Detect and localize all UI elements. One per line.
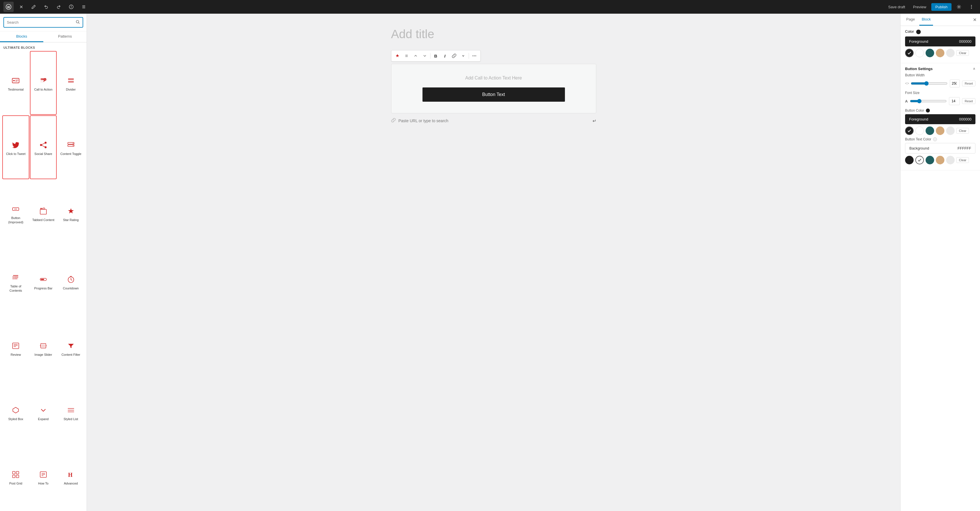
font-size-input[interactable]: [949, 98, 960, 104]
block-item-testimonial[interactable]: Testimonial: [2, 51, 29, 115]
width-reset-button[interactable]: Reset: [962, 81, 975, 86]
filter-icon: [66, 341, 76, 351]
txt-swatch-light[interactable]: [946, 156, 955, 164]
block-item-progress[interactable]: Progress Bar: [30, 248, 57, 316]
redo-button[interactable]: [54, 2, 64, 12]
button-background-box[interactable]: Background FFFFFF: [905, 143, 975, 153]
block-item-button[interactable]: Button (Improved): [2, 180, 29, 248]
edit-pencil-button[interactable]: [29, 2, 39, 12]
swatch-white[interactable]: [915, 49, 924, 57]
block-item-content-toggle[interactable]: Content Toggle: [57, 115, 84, 179]
close-button[interactable]: ✕: [16, 2, 26, 12]
block-item-click-to-tweet[interactable]: Click to Tweet: [2, 115, 29, 179]
save-draft-button[interactable]: Save draft: [885, 3, 908, 11]
txt-swatch-black[interactable]: [905, 156, 914, 164]
text-color-clear[interactable]: Clear: [956, 157, 969, 163]
swatch-light[interactable]: [946, 49, 955, 57]
settings-button[interactable]: [954, 2, 964, 12]
block-label-progress: Progress Bar: [34, 286, 52, 290]
move-down-button[interactable]: [420, 51, 429, 60]
bold-button[interactable]: B: [431, 51, 440, 60]
wp-logo[interactable]: W: [3, 2, 14, 12]
font-reset-button[interactable]: Reset: [962, 98, 975, 104]
search-area: [0, 14, 87, 31]
font-a-icon: A: [905, 99, 908, 103]
undo-button[interactable]: [41, 2, 51, 12]
btn-swatch-tan[interactable]: [936, 126, 944, 135]
block-item-call-to-action[interactable]: ! Call to Action: [30, 51, 57, 115]
block-item-countdown[interactable]: Countdown: [57, 248, 84, 316]
share-icon: [38, 140, 48, 150]
svg-point-15: [13, 80, 15, 81]
enter-icon[interactable]: ↵: [593, 118, 596, 124]
btn-swatch-white[interactable]: [915, 126, 924, 135]
block-label-postgrid: Post Grid: [9, 481, 22, 486]
txt-swatch-teal[interactable]: [926, 156, 934, 164]
block-item-divider[interactable]: Divider: [57, 51, 84, 115]
post-title[interactable]: Add title: [391, 25, 596, 43]
tab-patterns[interactable]: Patterns: [43, 31, 87, 42]
button-text-color-dot: [933, 137, 937, 141]
link-button[interactable]: [450, 51, 458, 60]
button-color-clear[interactable]: Clear: [956, 128, 969, 134]
dropdown-button[interactable]: [459, 51, 468, 60]
color-clear-button[interactable]: Clear: [956, 50, 969, 56]
svg-rect-20: [68, 79, 74, 80]
font-size-input-wrapper: ▲ ▼: [949, 97, 960, 105]
tab-blocks[interactable]: Blocks: [0, 31, 43, 42]
btn-swatch-black[interactable]: [905, 126, 914, 135]
drag-handle-button[interactable]: [402, 51, 411, 60]
color-foreground-box[interactable]: Foreground 000000: [905, 37, 975, 46]
move-up-button[interactable]: [411, 51, 420, 60]
button-settings-header: Button Settings ∧: [905, 67, 975, 71]
styledlist-icon: [66, 405, 76, 415]
block-item-expand[interactable]: Expand: [30, 380, 57, 444]
svg-line-26: [42, 143, 45, 145]
svg-point-8: [958, 6, 960, 8]
block-item-styledlist[interactable]: Styled List: [57, 380, 84, 444]
swatch-teal[interactable]: [926, 49, 934, 57]
italic-button[interactable]: I: [441, 51, 449, 60]
button-foreground-box[interactable]: Foreground 000000: [905, 114, 975, 124]
block-item-review[interactable]: Review: [2, 317, 29, 380]
cta-button[interactable]: Button Text: [423, 88, 565, 102]
block-type-button[interactable]: [393, 51, 402, 60]
block-item-slider[interactable]: Image Slider: [30, 317, 57, 380]
block-item-toc[interactable]: Table of Contents: [2, 248, 29, 316]
button-settings-chevron[interactable]: ∧: [973, 67, 975, 71]
txt-swatch-tan[interactable]: [936, 156, 944, 164]
cta-text[interactable]: Add Call to Action Text Here: [397, 75, 590, 81]
search-input[interactable]: [4, 18, 73, 27]
block-item-star[interactable]: Star Rating: [57, 180, 84, 248]
publish-button[interactable]: Publish: [931, 3, 951, 11]
button-width-slider[interactable]: [911, 81, 948, 86]
tab-page[interactable]: Page: [904, 14, 917, 25]
button-width-input[interactable]: [950, 80, 960, 87]
font-size-slider[interactable]: [910, 99, 947, 103]
btn-swatch-light[interactable]: [946, 126, 955, 135]
block-item-styledbox[interactable]: Styled Box: [2, 380, 29, 444]
block-item-howto[interactable]: How To: [30, 445, 57, 509]
list-view-button[interactable]: [79, 2, 89, 12]
block-item-advanced[interactable]: H Advanced: [57, 445, 84, 509]
txt-swatch-white[interactable]: [915, 156, 924, 164]
block-item-social-share[interactable]: Social Share: [30, 115, 57, 179]
block-item-postgrid[interactable]: Post Grid: [2, 445, 29, 509]
swatch-black[interactable]: [905, 49, 914, 57]
url-bar: ↵: [391, 116, 596, 126]
url-input[interactable]: [399, 118, 590, 123]
more-button[interactable]: [470, 51, 479, 60]
panel-close-button[interactable]: ✕: [973, 17, 977, 22]
block-label-cta: Call to Action: [34, 88, 52, 91]
block-item-tabbed[interactable]: Tabbed Content: [30, 180, 57, 248]
info-button[interactable]: [66, 2, 76, 12]
swatch-tan[interactable]: [936, 49, 944, 57]
more-options-button[interactable]: [966, 2, 977, 12]
search-icon-button[interactable]: [73, 18, 83, 27]
preview-button[interactable]: Preview: [910, 3, 929, 11]
left-sidebar: Blocks Patterns ULTIMATE BLOCKS Testimon…: [0, 14, 87, 511]
block-label-advanced: Advanced: [64, 481, 78, 486]
tab-block[interactable]: Block: [919, 14, 933, 25]
btn-swatch-teal[interactable]: [926, 126, 934, 135]
block-item-filter[interactable]: Content Filter: [57, 317, 84, 380]
